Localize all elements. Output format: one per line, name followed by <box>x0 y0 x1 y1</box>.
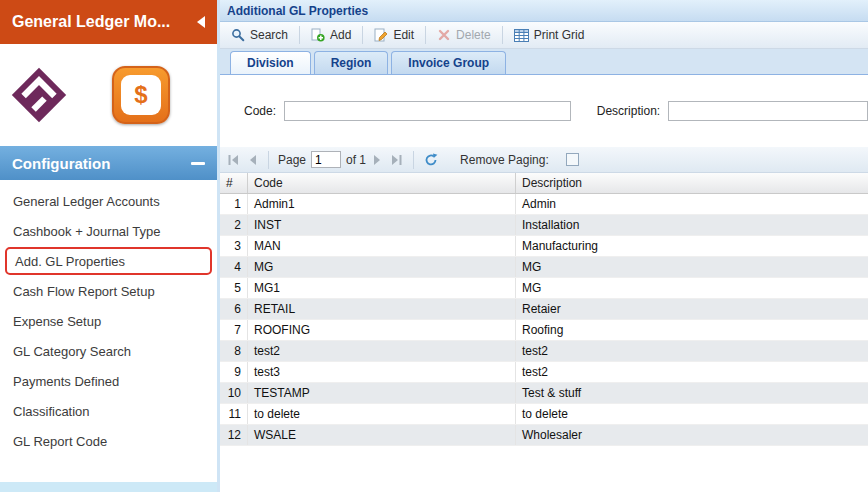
table-row[interactable]: 5 MG1 MG <box>220 278 868 299</box>
row-number-cell: 11 <box>220 404 248 424</box>
sidebar-item-label: Classification <box>13 404 90 419</box>
sidebar-item-label: Payments Defined <box>13 374 119 389</box>
print-grid-button-label: Print Grid <box>534 28 585 42</box>
grid-body: 1 Admin1 Admin 2 INST Installation 3 MAN… <box>220 194 868 446</box>
main-panel: Additional GL Properties Search Add <box>220 0 868 492</box>
collapse-section-icon[interactable] <box>191 162 205 165</box>
row-description-cell: test2 <box>516 362 868 382</box>
tab-label: Region <box>331 56 372 70</box>
description-label: Description: <box>597 104 660 118</box>
table-row[interactable]: 3 MAN Manufacturing <box>220 236 868 257</box>
code-input[interactable] <box>284 101 571 121</box>
search-button[interactable]: Search <box>224 25 295 45</box>
first-page-button[interactable] <box>226 153 241 167</box>
row-code-cell: INST <box>248 215 516 235</box>
table-row[interactable]: 9 test3 test2 <box>220 362 868 383</box>
panel-title-bar: Additional GL Properties <box>220 0 868 22</box>
sidebar-item-expense-setup[interactable]: Expense Setup <box>0 306 217 336</box>
delete-icon <box>437 28 451 42</box>
sidebar-item-gl-report-code[interactable]: GL Report Code <box>0 426 217 456</box>
table-row[interactable]: 6 RETAIL Retaier <box>220 299 868 320</box>
sidebar-logos: $ <box>0 44 217 146</box>
row-code-cell: test2 <box>248 341 516 361</box>
row-number-cell: 2 <box>220 215 248 235</box>
grid-header: # Code Description <box>220 173 868 194</box>
sidebar-item-label: Cashbook + Journal Type <box>13 224 161 239</box>
table-row[interactable]: 4 MG MG <box>220 257 868 278</box>
add-button[interactable]: Add <box>304 25 358 45</box>
row-number-cell: 5 <box>220 278 248 298</box>
sidebar-item-classification[interactable]: Classification <box>0 396 217 426</box>
next-page-icon <box>372 154 383 166</box>
search-icon <box>231 28 245 42</box>
page-title: Additional GL Properties <box>227 4 368 18</box>
table-row[interactable]: 8 test2 test2 <box>220 341 868 362</box>
next-page-button[interactable] <box>371 153 384 167</box>
sidebar-item-label: Expense Setup <box>13 314 101 329</box>
last-page-button[interactable] <box>389 153 404 167</box>
page-label: Page <box>278 153 306 167</box>
module-title: General Ledger Mo... <box>12 13 170 31</box>
prev-page-icon <box>247 154 258 166</box>
toolbar-separator <box>299 26 300 44</box>
refresh-button[interactable] <box>423 152 439 168</box>
sidebar-item-add-gl-properties[interactable]: Add. GL Properties <box>5 247 212 275</box>
sidebar-header: General Ledger Mo... <box>0 0 217 44</box>
row-description-cell: Installation <box>516 215 868 235</box>
gl-module-app-icon[interactable]: $ <box>112 66 170 124</box>
row-code-cell: MAN <box>248 236 516 256</box>
sidebar: General Ledger Mo... $ Configuration Gen… <box>0 0 220 492</box>
row-code-cell: MG <box>248 257 516 277</box>
row-number-cell: 12 <box>220 425 248 445</box>
company-logo-icon[interactable] <box>10 66 68 124</box>
page-number-input[interactable] <box>311 151 341 168</box>
add-icon <box>311 28 325 42</box>
row-number-cell: 10 <box>220 383 248 403</box>
sidebar-bottom-strip <box>0 482 217 492</box>
page-count-label: of 1 <box>346 153 366 167</box>
tab-division[interactable]: Division <box>230 51 311 74</box>
tab-invoice-group[interactable]: Invoice Group <box>391 51 506 74</box>
table-row[interactable]: 10 TESTAMP Test & stuff <box>220 383 868 404</box>
row-description-cell: MG <box>516 278 868 298</box>
row-code-cell: to delete <box>248 404 516 424</box>
sidebar-item-general-ledger-accounts[interactable]: General Ledger Accounts <box>0 186 217 216</box>
description-input[interactable] <box>668 101 868 121</box>
row-number-cell: 3 <box>220 236 248 256</box>
last-page-icon <box>390 154 403 166</box>
sidebar-item-label: Add. GL Properties <box>15 254 125 269</box>
table-row[interactable]: 11 to delete to delete <box>220 404 868 425</box>
app-root: General Ledger Mo... $ Configuration Gen… <box>0 0 868 492</box>
row-number-cell: 6 <box>220 299 248 319</box>
table-row[interactable]: 2 INST Installation <box>220 215 868 236</box>
column-header-description[interactable]: Description <box>516 173 868 193</box>
row-description-cell: Manufacturing <box>516 236 868 256</box>
table-row[interactable]: 1 Admin1 Admin <box>220 194 868 215</box>
edit-button[interactable]: Edit <box>367 25 421 45</box>
sidebar-menu: General Ledger Accounts Cashbook + Journ… <box>0 180 217 482</box>
row-description-cell: Admin <box>516 194 868 214</box>
print-grid-icon <box>514 29 529 42</box>
row-description-cell: to delete <box>516 404 868 424</box>
sidebar-item-cashbook-journal-type[interactable]: Cashbook + Journal Type <box>0 216 217 246</box>
delete-button[interactable]: Delete <box>430 25 498 45</box>
sidebar-item-payments-defined[interactable]: Payments Defined <box>0 366 217 396</box>
remove-paging-checkbox[interactable] <box>566 153 579 166</box>
collapse-sidebar-icon[interactable] <box>197 16 205 28</box>
filter-form: Code: Description: <box>220 75 868 147</box>
sidebar-item-gl-category-search[interactable]: GL Category Search <box>0 336 217 366</box>
row-description-cell: Retaier <box>516 299 868 319</box>
print-grid-button[interactable]: Print Grid <box>507 25 592 45</box>
sidebar-item-cash-flow-report-setup[interactable]: Cash Flow Report Setup <box>0 276 217 306</box>
tab-region[interactable]: Region <box>314 51 389 74</box>
row-number-cell: 1 <box>220 194 248 214</box>
configuration-section-header[interactable]: Configuration <box>0 146 217 180</box>
prev-page-button[interactable] <box>246 153 259 167</box>
paging-separator <box>268 151 269 169</box>
column-header-code[interactable]: Code <box>248 173 516 193</box>
table-row[interactable]: 12 WSALE Wholesaler <box>220 425 868 446</box>
table-row[interactable]: 7 ROOFING Roofing <box>220 320 868 341</box>
column-header-num[interactable]: # <box>220 173 248 193</box>
row-description-cell: MG <box>516 257 868 277</box>
row-number-cell: 9 <box>220 362 248 382</box>
